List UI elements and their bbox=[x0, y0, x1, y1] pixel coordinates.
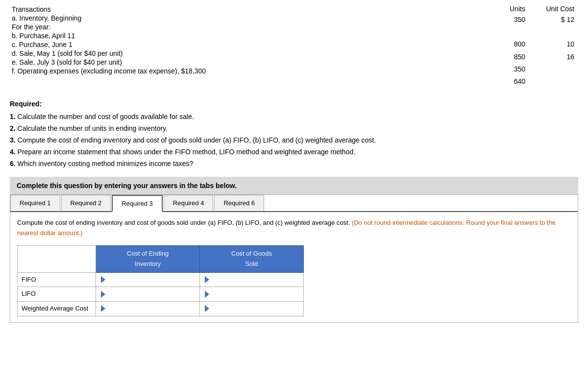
transaction-unit-cost bbox=[533, 88, 574, 100]
tab-description-normal: Compute the cost of ending inventory and… bbox=[17, 219, 352, 226]
required-item: 3. Compute the cost of ending inventory … bbox=[10, 135, 578, 145]
transaction-units: 850 bbox=[484, 51, 525, 63]
transaction-row: f. Operating expenses (excluding income … bbox=[10, 67, 480, 75]
transactions-section: Transactions a. Inventory, BeginningFor … bbox=[10, 5, 578, 100]
transaction-unit-cost bbox=[533, 26, 574, 38]
required-item: 1. Calculate the number and cost of good… bbox=[10, 112, 578, 122]
input-table: Cost of EndingInventory Cost of GoodsSol… bbox=[17, 245, 304, 316]
complete-instruction-box: Complete this question by entering your … bbox=[10, 177, 578, 194]
transaction-label: a. Inventory, Beginning bbox=[10, 14, 480, 23]
transaction-unit-cost bbox=[533, 75, 574, 88]
transaction-units: 350 bbox=[484, 63, 525, 75]
cost-of-goods-sold-input[interactable] bbox=[212, 289, 298, 299]
tab-req2[interactable]: Required 2 bbox=[61, 195, 111, 211]
ending-inventory-input[interactable] bbox=[108, 275, 195, 284]
transaction-row: b. Purchase, April 11 bbox=[10, 31, 480, 40]
transaction-label: d. Sale, May 1 (sold for $40 per unit) bbox=[10, 49, 480, 58]
transaction-units: 640 bbox=[484, 75, 525, 88]
table-row: LIFO bbox=[18, 287, 304, 302]
transaction-units: 800 bbox=[484, 38, 525, 50]
tab-content-req3: Compute the cost of ending inventory and… bbox=[10, 212, 578, 322]
row-label: Weighted Average Cost bbox=[18, 302, 96, 316]
required-item: 4. Prepare an income statement that show… bbox=[10, 147, 578, 157]
table-row: Weighted Average Cost bbox=[18, 302, 304, 316]
cell-indicator-icon bbox=[101, 305, 105, 312]
ending-inventory-input[interactable] bbox=[108, 304, 195, 313]
cost-of-goods-sold-cell[interactable] bbox=[200, 302, 304, 316]
complete-instruction-text: Complete this question by entering your … bbox=[17, 182, 237, 190]
transaction-units: 350 bbox=[484, 14, 525, 26]
input-table-col1-header: Cost of EndingInventory bbox=[96, 245, 200, 272]
transaction-unit-cost: 10 bbox=[533, 38, 574, 50]
row-label: FIFO bbox=[18, 272, 96, 287]
cell-indicator-icon bbox=[205, 276, 209, 283]
cost-of-goods-sold-input[interactable] bbox=[212, 275, 298, 284]
table-header-row: Transactions bbox=[10, 5, 480, 14]
transaction-row: c. Purchase, June 1 bbox=[10, 40, 480, 49]
transaction-unit-cost bbox=[533, 63, 574, 75]
cell-indicator-icon bbox=[101, 276, 105, 283]
required-list: 1. Calculate the number and cost of good… bbox=[10, 112, 578, 169]
ending-inventory-cell[interactable] bbox=[96, 287, 200, 302]
cost-values: $ 12 1016 bbox=[533, 14, 574, 100]
cost-of-goods-sold-cell[interactable] bbox=[200, 287, 304, 302]
transaction-units bbox=[484, 26, 525, 38]
ending-inventory-cell[interactable] bbox=[96, 302, 200, 316]
transaction-unit-cost: $ 12 bbox=[533, 14, 574, 26]
tabs-section: Required 1Required 2Required 3Required 4… bbox=[10, 194, 578, 323]
cell-indicator-icon bbox=[101, 291, 105, 298]
input-table-empty-header bbox=[18, 245, 96, 272]
unit-cost-col-header: Unit Cost bbox=[533, 5, 574, 13]
required-section: Required: 1. Calculate the number and co… bbox=[10, 100, 578, 169]
transaction-label: c. Purchase, June 1 bbox=[10, 40, 480, 49]
units-col-header: Units bbox=[484, 5, 525, 13]
transactions-right-cols: Units 350 800850350640 Unit Cost $ 12 10… bbox=[480, 5, 578, 100]
required-item: 6. Which inventory costing method minimi… bbox=[10, 159, 578, 169]
input-table-header-row: Cost of EndingInventory Cost of GoodsSol… bbox=[18, 245, 304, 272]
tab-description: Compute the cost of ending inventory and… bbox=[17, 218, 571, 239]
input-table-col2-header: Cost of GoodsSold bbox=[200, 245, 304, 272]
ending-inventory-input[interactable] bbox=[108, 289, 195, 299]
units-values: 350 800850350640 bbox=[484, 14, 525, 100]
units-col: Units 350 800850350640 bbox=[480, 5, 529, 100]
transaction-label: For the year: bbox=[10, 23, 480, 31]
cost-of-goods-sold-input[interactable] bbox=[212, 304, 298, 313]
transaction-row: a. Inventory, Beginning bbox=[10, 14, 480, 23]
transaction-row: d. Sale, May 1 (sold for $40 per unit) bbox=[10, 49, 480, 58]
transaction-label: f. Operating expenses (excluding income … bbox=[10, 67, 480, 75]
transaction-row: e. Sale, July 3 (sold for $40 per unit) bbox=[10, 58, 480, 67]
required-label: Required: bbox=[10, 100, 578, 108]
transactions-left: Transactions a. Inventory, BeginningFor … bbox=[10, 5, 480, 100]
tab-req3[interactable]: Required 3 bbox=[112, 195, 163, 212]
transactions-col-label: Transactions bbox=[10, 5, 480, 14]
page-wrapper: Transactions a. Inventory, BeginningFor … bbox=[0, 0, 588, 333]
transaction-row: For the year: bbox=[10, 23, 480, 31]
tab-req4[interactable]: Required 4 bbox=[164, 195, 214, 211]
transaction-unit-cost: 16 bbox=[533, 51, 574, 63]
transactions-table: Transactions a. Inventory, BeginningFor … bbox=[10, 5, 480, 75]
input-table-body: FIFOLIFOWeighted Average Cost bbox=[18, 272, 304, 316]
table-row: FIFO bbox=[18, 272, 304, 287]
tabs-row: Required 1Required 2Required 3Required 4… bbox=[10, 195, 578, 212]
tab-req1[interactable]: Required 1 bbox=[10, 195, 60, 211]
unit-cost-col: Unit Cost $ 12 1016 bbox=[529, 5, 578, 100]
transaction-units bbox=[484, 88, 525, 100]
ending-inventory-cell[interactable] bbox=[96, 272, 200, 287]
row-label: LIFO bbox=[18, 287, 96, 302]
transaction-label: e. Sale, July 3 (sold for $40 per unit) bbox=[10, 58, 480, 67]
transaction-label: b. Purchase, April 11 bbox=[10, 31, 480, 40]
required-item: 2. Calculate the number of units in endi… bbox=[10, 123, 578, 134]
cost-of-goods-sold-cell[interactable] bbox=[200, 272, 304, 287]
cell-indicator-icon bbox=[205, 305, 209, 312]
cell-indicator-icon bbox=[205, 291, 209, 298]
tab-req6[interactable]: Required 6 bbox=[214, 195, 264, 211]
